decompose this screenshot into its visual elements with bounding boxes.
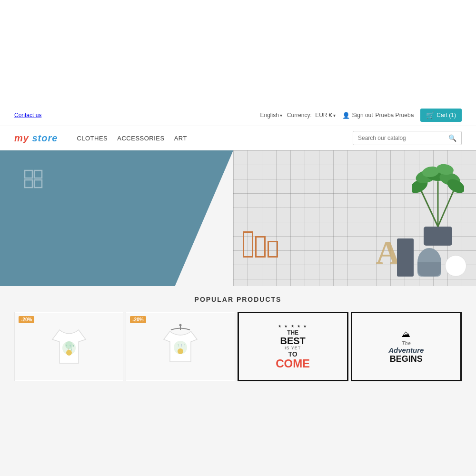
svg-text:↑: ↑ — [177, 343, 179, 347]
site-logo[interactable]: my store — [14, 133, 58, 144]
svg-text:↑: ↑ — [180, 343, 182, 347]
hero-right-panel: A — [233, 150, 476, 286]
orange-frames — [243, 231, 278, 258]
contact-us-link[interactable]: Contact us — [14, 112, 41, 119]
popular-products-section: POPULAR PRODUCTS -20% ↑ ↑ ↑ ↑ ↑ — [0, 286, 476, 381]
product-card-4[interactable]: ⛰ The Adventure BEGINS — [351, 312, 462, 381]
poster2-the: The — [388, 340, 424, 346]
product-image-4: ⛰ The Adventure BEGINS — [352, 313, 460, 380]
svg-text:↑: ↑ — [72, 344, 74, 348]
logo-store: store — [32, 133, 58, 143]
letter-a-decoration: A — [376, 234, 400, 272]
search-box[interactable]: 🔍 — [353, 131, 462, 145]
search-button[interactable]: 🔍 — [444, 131, 461, 145]
contact-bar: Contact us English Currency: EUR € 👤 Sig… — [0, 105, 476, 126]
nav-links: CLOTHES ACCESSORIES ART — [77, 134, 334, 142]
svg-text:↑: ↑ — [184, 343, 186, 347]
plant-decoration — [412, 153, 464, 243]
poster2-adventure: Adventure — [388, 346, 424, 354]
search-icon: 🔍 — [448, 134, 456, 142]
mountain-icon: ⛰ — [388, 329, 424, 339]
poster-stars: ★ ★ ★ ★ ★ — [276, 324, 310, 328]
search-input[interactable] — [353, 132, 444, 144]
poster-come: COME — [276, 358, 310, 369]
product-image-1: ↑ ↑ ↑ ↑ ↑ — [15, 313, 123, 380]
user-name: Prueba Prueba — [376, 112, 414, 119]
hero-banner: A — [0, 150, 476, 286]
product-card-1[interactable]: -20% ↑ ↑ ↑ ↑ ↑ — [14, 312, 123, 381]
svg-rect-2 — [25, 180, 32, 188]
svg-point-24 — [179, 324, 181, 327]
nav-item-art[interactable]: ART — [174, 134, 187, 142]
svg-line-5 — [421, 191, 438, 227]
hero-left-panel — [0, 150, 233, 286]
svg-point-29 — [178, 348, 183, 354]
nav-item-clothes[interactable]: CLOTHES — [77, 134, 108, 142]
squares-icon — [24, 169, 43, 190]
products-row: -20% ↑ ↑ ↑ ↑ ↑ -20% — [14, 312, 462, 381]
language-selector[interactable]: English — [260, 112, 282, 119]
nav-bar: my store CLOTHES ACCESSORIES ART 🔍 — [0, 126, 476, 150]
frame-2 — [255, 236, 266, 258]
svg-rect-0 — [25, 170, 32, 178]
discount-badge-1: -20% — [19, 316, 34, 323]
discount-badge-2: -20% — [130, 316, 146, 323]
pot-round — [445, 255, 466, 277]
tshirt-hanger-svg: ↑ ↑ ↑ — [161, 323, 199, 370]
svg-rect-1 — [34, 170, 42, 178]
user-icon: 👤 — [342, 112, 350, 119]
pot-cactus — [417, 248, 441, 277]
pot-tall — [397, 238, 414, 277]
product-card-3[interactable]: ★ ★ ★ ★ ★ THE BEST IS YET TO COME — [238, 312, 348, 381]
bottom-spacer — [0, 381, 476, 476]
product-card-2[interactable]: -20% ↑ ↑ ↑ — [126, 312, 235, 381]
nav-item-accessories[interactable]: ACCESSORIES — [117, 134, 164, 142]
poster2-begins: BEGINS — [388, 354, 424, 364]
logo-my: my — [14, 133, 29, 143]
poster-best: BEST — [276, 336, 310, 346]
poster-best-come: ★ ★ ★ ★ ★ THE BEST IS YET TO COME — [272, 320, 314, 373]
poster-is-yet: IS YET — [276, 346, 310, 350]
svg-point-22 — [66, 350, 72, 356]
svg-line-7 — [438, 188, 455, 227]
popular-products-title: POPULAR PRODUCTS — [14, 296, 462, 303]
frame-1 — [243, 231, 253, 258]
tshirt-svg-1: ↑ ↑ ↑ ↑ ↑ — [50, 325, 88, 368]
cart-icon: 🛒 — [426, 111, 434, 119]
svg-rect-3 — [34, 180, 42, 188]
poster-the: THE — [276, 329, 310, 336]
currency-selector[interactable]: Currency: EUR € — [287, 112, 336, 119]
poster-adventure: ⛰ The Adventure BEGINS — [385, 326, 427, 368]
user-menu: 👤 Sign out Prueba Prueba — [342, 112, 414, 119]
top-spacer — [0, 0, 476, 105]
product-image-2: ↑ ↑ ↑ — [126, 313, 234, 380]
frame-3 — [268, 241, 278, 258]
sign-out-link[interactable]: Sign out — [352, 112, 373, 119]
product-image-3: ★ ★ ★ ★ ★ THE BEST IS YET TO COME — [239, 313, 347, 380]
cart-button[interactable]: 🛒 Cart (1) — [420, 109, 462, 122]
svg-rect-4 — [424, 227, 452, 246]
